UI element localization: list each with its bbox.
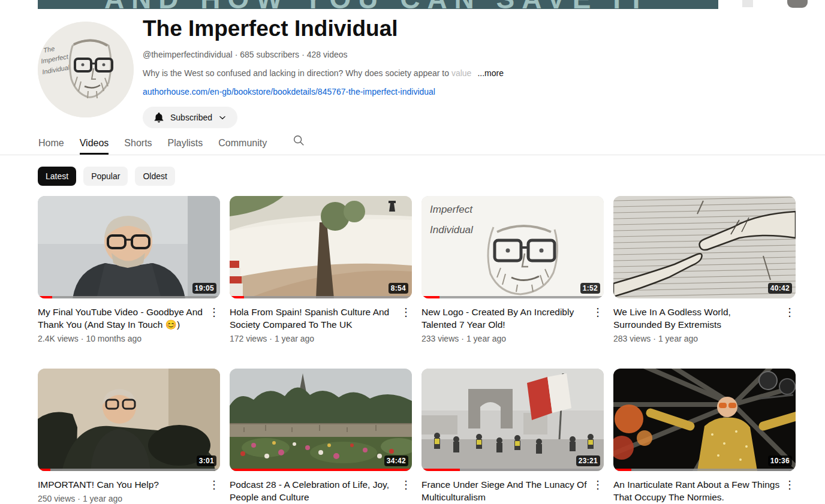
video-texts: My Final YouTube Video - Goodbye And Tha… — [38, 306, 208, 343]
video-texts: Hola From Spain! Spanish Culture And Soc… — [230, 306, 400, 343]
video-card: ImperfectIndividual 1:52 New Logo - Crea… — [421, 196, 604, 369]
watch-progress-fill — [230, 469, 412, 471]
video-title[interactable]: My Final YouTube Video - Goodbye And Tha… — [38, 306, 206, 331]
video-title[interactable]: Podcast 28 - A Celebration of Life, Joy,… — [230, 478, 398, 503]
kebab-menu-icon[interactable]: ⋮ — [400, 478, 412, 503]
tabs-list: HomeVideosShortsPlaylistsCommunity — [38, 133, 282, 155]
video-title[interactable]: New Logo - Created By An Incredibly Tale… — [421, 306, 589, 331]
watch-progress-bar — [421, 469, 604, 471]
video-meta: 283 views·1 year ago — [613, 334, 781, 343]
banner-text: AND HOW YOU CAN SAVE IT — [104, 0, 652, 9]
tab-shorts[interactable]: Shorts — [124, 133, 152, 155]
video-views: 283 views — [613, 334, 651, 343]
thumbnail-image — [38, 369, 220, 471]
watch-progress-fill — [230, 296, 244, 298]
channel-title: The Imperfect Individual — [143, 16, 598, 42]
subscriber-count: 685 subscribers — [240, 50, 299, 59]
search-icon[interactable] — [292, 134, 305, 149]
video-details: Hola From Spain! Spanish Culture And Soc… — [230, 306, 412, 343]
video-age: 1 year ago — [658, 334, 698, 343]
kebab-menu-icon[interactable]: ⋮ — [784, 478, 796, 503]
watch-progress-bar — [421, 296, 604, 298]
cropped-ui-fragment — [742, 0, 753, 7]
watch-progress-fill — [421, 296, 439, 298]
video-thumbnail[interactable]: 34:42 — [230, 369, 412, 471]
duration-badge: 40:42 — [768, 283, 792, 294]
video-card: 40:42 We Live In A Godless World, Surrou… — [613, 196, 796, 369]
duration-badge: 3:01 — [197, 455, 216, 466]
duration-badge: 34:42 — [384, 455, 408, 466]
video-meta: 172 views·1 year ago — [230, 334, 398, 343]
kebab-menu-icon[interactable]: ⋮ — [784, 306, 796, 343]
watch-progress-bar — [230, 296, 412, 298]
video-details: We Live In A Godless World, Surrounded B… — [613, 306, 796, 343]
video-details: New Logo - Created By An Incredibly Tale… — [421, 306, 604, 343]
tab-community[interactable]: Community — [218, 133, 267, 155]
avatar-sketch-image: The Imperfect Individual — [38, 22, 134, 117]
filter-chip-latest[interactable]: Latest — [38, 167, 76, 186]
tab-playlists[interactable]: Playlists — [168, 133, 203, 155]
duration-badge: 1:52 — [580, 283, 600, 294]
video-card: 34:42 Podcast 28 - A Celebration of Life… — [230, 369, 412, 504]
video-thumbnail[interactable]: 10:36 — [613, 369, 796, 471]
video-meta: 233 views·1 year ago — [421, 334, 589, 343]
video-card: 23:21 France Under Siege And The Lunacy … — [421, 369, 604, 504]
video-grid: 19:05 My Final YouTube Video - Goodbye A… — [38, 196, 796, 504]
video-details: My Final YouTube Video - Goodbye And Tha… — [38, 306, 220, 343]
more-button[interactable]: ...more — [477, 68, 504, 78]
channel-handle: @theimperfectindividual — [143, 50, 233, 59]
kebab-menu-icon[interactable]: ⋮ — [208, 478, 220, 503]
video-title[interactable]: We Live In A Godless World, Surrounded B… — [613, 306, 781, 331]
video-thumbnail[interactable]: 3:01 — [38, 369, 220, 471]
filter-chip-oldest[interactable]: Oldest — [135, 167, 174, 186]
thumbnail-image — [230, 196, 412, 298]
chevron-down-icon — [217, 112, 228, 123]
video-age: 1 year ago — [466, 334, 506, 343]
video-views: 250 views — [38, 494, 75, 503]
kebab-menu-icon[interactable]: ⋮ — [592, 478, 604, 503]
video-title[interactable]: France Under Siege And The Lunacy Of Mul… — [421, 478, 589, 503]
watch-progress-fill — [421, 469, 460, 471]
tab-home[interactable]: Home — [38, 133, 64, 155]
duration-badge: 8:54 — [389, 283, 408, 294]
channel-header: The Imperfect Individual @theimperfectin… — [143, 16, 598, 128]
video-age: 1 year ago — [275, 334, 314, 343]
video-card: 19:05 My Final YouTube Video - Goodbye A… — [38, 196, 220, 369]
kebab-menu-icon[interactable]: ⋮ — [592, 306, 604, 343]
watch-progress-fill — [38, 469, 50, 471]
video-title[interactable]: An Inarticulate Rant About a Few Things … — [613, 478, 781, 503]
channel-link-row: authorhouse.com/en-gb/bookstore/bookdeta… — [143, 87, 598, 96]
video-thumbnail[interactable]: 40:42 — [613, 196, 796, 298]
channel-external-link[interactable]: authorhouse.com/en-gb/bookstore/bookdeta… — [143, 87, 435, 96]
watch-progress-fill — [38, 296, 52, 298]
channel-avatar[interactable]: The Imperfect Individual — [38, 22, 134, 117]
watch-progress-bar — [38, 469, 220, 471]
watch-progress-bar — [230, 469, 412, 471]
video-title[interactable]: Hola From Spain! Spanish Culture And Soc… — [230, 306, 398, 331]
channel-meta: @theimperfectindividual·685 subscribers·… — [143, 50, 598, 59]
svg-text:Individual: Individual — [430, 224, 474, 236]
duration-badge: 19:05 — [192, 283, 216, 294]
kebab-menu-icon[interactable]: ⋮ — [208, 306, 220, 343]
channel-banner: AND HOW YOU CAN SAVE IT — [38, 0, 718, 9]
video-age: 10 months ago — [86, 334, 141, 343]
video-meta: 250 views·1 year ago — [38, 494, 206, 503]
tab-videos[interactable]: Videos — [80, 133, 109, 155]
video-thumbnail[interactable]: 23:21 — [421, 369, 604, 471]
video-thumbnail[interactable]: ImperfectIndividual 1:52 — [421, 196, 604, 298]
watch-progress-bar — [613, 469, 796, 471]
kebab-menu-icon[interactable]: ⋮ — [400, 306, 412, 343]
video-texts: We Live In A Godless World, Surrounded B… — [613, 306, 784, 343]
video-details: Podcast 28 - A Celebration of Life, Joy,… — [230, 478, 412, 503]
video-texts: An Inarticulate Rant About a Few Things … — [613, 478, 784, 503]
subscribed-button[interactable]: Subscribed — [143, 107, 237, 128]
filter-chip-popular[interactable]: Popular — [83, 167, 128, 186]
video-title[interactable]: IMPORTANT! Can You Help? — [38, 478, 206, 491]
video-thumbnail[interactable]: 8:54 — [230, 196, 412, 298]
video-texts: New Logo - Created By An Incredibly Tale… — [421, 306, 592, 343]
video-card: 8:54 Hola From Spain! Spanish Culture An… — [230, 196, 412, 369]
video-texts: Podcast 28 - A Celebration of Life, Joy,… — [230, 478, 400, 503]
bell-icon — [152, 111, 165, 124]
video-thumbnail[interactable]: 19:05 — [38, 196, 220, 298]
video-texts: France Under Siege And The Lunacy Of Mul… — [421, 478, 592, 503]
